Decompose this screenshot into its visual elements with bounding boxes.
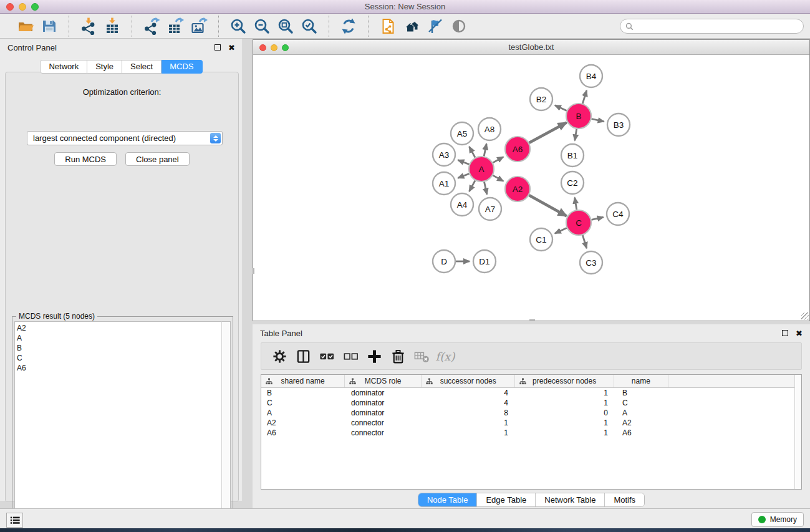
column-header-successor-nodes[interactable]: successor nodes (422, 375, 515, 387)
table-row[interactable]: Cdominator41C (261, 398, 801, 408)
graph-node-D1[interactable]: D1 (473, 250, 496, 273)
deselect-all-rows-icon[interactable] (341, 347, 360, 365)
save-session-icon[interactable] (41, 17, 58, 35)
resize-grip-icon[interactable] (801, 312, 809, 320)
tab-edge-table[interactable]: Edge Table (477, 493, 536, 506)
table-row[interactable]: Bdominator41B (261, 388, 801, 398)
table-settings-icon[interactable] (270, 347, 289, 365)
run-mcds-button[interactable]: Run MCDS (54, 152, 117, 166)
table-float-panel-icon[interactable] (782, 330, 788, 336)
edge-B-B4[interactable] (582, 90, 587, 104)
graph-node-C[interactable]: C (566, 210, 591, 235)
refresh-view-icon[interactable] (340, 17, 357, 35)
mcds-result-item[interactable]: A2 (17, 323, 222, 333)
show-hide-flagged-icon[interactable] (427, 17, 444, 35)
edge-A2-C[interactable] (529, 195, 566, 216)
edge-A-A6[interactable] (493, 157, 503, 163)
column-header-predecessor-nodes[interactable]: predecessor nodes (515, 375, 614, 387)
tab-network[interactable]: Network (40, 60, 87, 74)
edge-C-C4[interactable] (592, 217, 604, 220)
zoom-window-button[interactable] (31, 3, 39, 11)
edge-A-A3[interactable] (458, 160, 469, 165)
table-row[interactable]: Adominator80A (261, 408, 801, 418)
zoom-in-icon[interactable] (229, 17, 247, 35)
graph-node-C1[interactable]: C1 (530, 228, 552, 251)
tab-style[interactable]: Style (87, 60, 122, 74)
mcds-result-item[interactable]: A (17, 333, 222, 343)
mcds-result-item[interactable]: A6 (17, 363, 222, 373)
zoom-fit-icon[interactable] (277, 17, 294, 35)
graph-node-A6[interactable]: A6 (505, 137, 530, 162)
table-close-panel-icon[interactable]: ✖ (796, 329, 803, 337)
close-panel-button[interactable]: Close panel (125, 152, 190, 166)
resize-handle-left[interactable] (253, 268, 254, 274)
network-zoom-button[interactable] (282, 44, 289, 51)
graph-node-A[interactable]: A (469, 157, 494, 181)
edge-C-C2[interactable] (575, 198, 577, 210)
graph-node-B3[interactable]: B3 (607, 114, 630, 136)
edge-A6-B[interactable] (529, 123, 567, 143)
graph-node-C2[interactable]: C2 (561, 172, 584, 194)
memory-button[interactable]: Memory (751, 512, 804, 527)
resize-handle-bottom[interactable] (529, 319, 535, 321)
network-canvas[interactable]: B4B2BB3B1A5A8A6A3AA1A2C2A4A7C4CC1C3DD1 (254, 56, 809, 321)
result-scrollbar[interactable] (221, 321, 231, 530)
import-network-icon[interactable] (80, 17, 97, 35)
network-close-button[interactable] (259, 44, 266, 51)
show-columns-icon[interactable] (294, 347, 312, 365)
edge-A-A4[interactable] (470, 180, 476, 191)
edge-A-A7[interactable] (485, 182, 487, 195)
edge-C-C1[interactable] (555, 228, 567, 234)
graph-node-A1[interactable]: A1 (433, 172, 455, 195)
mcds-result-item[interactable]: C (17, 353, 222, 363)
mcds-result-list[interactable]: A2ABCA6 (14, 321, 223, 530)
zoom-out-icon[interactable] (253, 17, 271, 35)
graph-node-A7[interactable]: A7 (479, 198, 501, 220)
graph-node-A5[interactable]: A5 (451, 122, 473, 145)
graph-node-A4[interactable]: A4 (451, 193, 473, 216)
export-image-icon[interactable] (190, 17, 208, 35)
delete-column-icon[interactable] (388, 347, 407, 365)
first-neighbors-icon[interactable] (403, 17, 420, 35)
graph-node-B4[interactable]: B4 (580, 65, 602, 87)
edge-A-A2[interactable] (493, 175, 503, 181)
table-row[interactable]: A6connector11A6 (261, 428, 801, 438)
graph-node-A8[interactable]: A8 (478, 118, 501, 140)
column-header-shared-name[interactable]: shared name (261, 375, 345, 387)
edge-C-C3[interactable] (582, 235, 587, 248)
search-field[interactable] (620, 19, 804, 34)
new-network-from-selection-icon[interactable] (379, 17, 397, 35)
graph-node-B1[interactable]: B1 (561, 144, 584, 167)
import-table-icon[interactable] (104, 17, 121, 35)
edge-B-B2[interactable] (555, 105, 567, 111)
minimize-window-button[interactable] (19, 3, 26, 11)
table-row[interactable]: A2connector11A2 (261, 418, 801, 428)
graph-node-A2[interactable]: A2 (505, 177, 530, 201)
network-minimize-button[interactable] (271, 44, 277, 51)
graph-node-C4[interactable]: C4 (607, 203, 629, 225)
graph-node-A3[interactable]: A3 (433, 143, 455, 166)
tab-node-table[interactable]: Node Table (418, 493, 478, 506)
mcds-result-item[interactable]: B (17, 343, 222, 353)
edge-B-B3[interactable] (592, 119, 604, 122)
graph-node-B2[interactable]: B2 (530, 88, 552, 110)
criterion-dropdown[interactable]: largest connected component (directed) (27, 131, 223, 145)
open-session-icon[interactable] (17, 17, 34, 35)
add-column-icon[interactable] (365, 347, 383, 365)
graph-node-B[interactable]: B (566, 104, 591, 128)
graph-node-C3[interactable]: C3 (580, 251, 602, 274)
network-window-titlebar[interactable]: testGlobe.txt (253, 40, 809, 55)
select-all-rows-icon[interactable] (317, 347, 336, 365)
close-window-button[interactable] (6, 3, 14, 11)
search-input[interactable] (634, 20, 803, 32)
tab-network-table[interactable]: Network Table (536, 493, 605, 506)
export-network-icon[interactable] (143, 17, 160, 35)
column-header-name[interactable]: name (614, 375, 668, 387)
table-scrollbar[interactable] (794, 375, 801, 489)
task-history-button[interactable] (6, 513, 23, 528)
edge-A-A5[interactable] (470, 147, 476, 158)
export-table-icon[interactable] (166, 17, 184, 35)
tab-motifs[interactable]: Motifs (605, 493, 644, 506)
column-header-mcds-role[interactable]: MCDS role (345, 375, 422, 387)
close-panel-icon[interactable]: ✖ (228, 44, 235, 52)
